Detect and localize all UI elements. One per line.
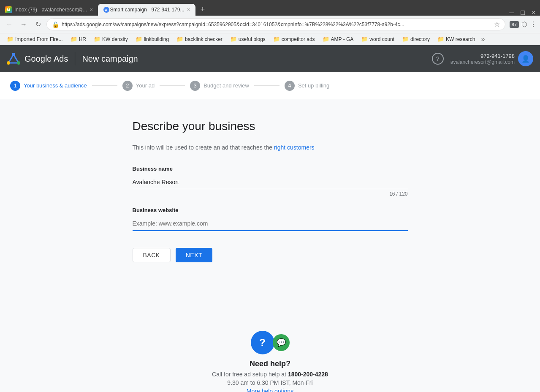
step-1-circle: 1 (10, 81, 20, 91)
step-connector-1-2 (92, 85, 117, 86)
gmail-tab-close[interactable]: × (90, 6, 93, 13)
button-row: BACK NEXT (133, 248, 408, 262)
bookmark-label: AMP - GA (331, 36, 354, 42)
gmail-tab-title: Inbox (79) - avalancheresort@... (14, 7, 87, 13)
svg-text:A: A (105, 8, 108, 12)
next-button[interactable]: NEXT (176, 248, 212, 262)
header-campaign-title: New campaign (82, 54, 138, 64)
account-details: 972-941-1798 avalancheresort@gmail.com (450, 53, 515, 65)
bookmark-useful-blogs[interactable]: 📁 useful blogs (227, 35, 269, 44)
bookmark-label: HR (79, 36, 86, 42)
folder-icon: 📁 (361, 36, 368, 42)
svg-point-5 (12, 53, 15, 56)
steps-bar: 1 Your business & audience 2 Your ad 3 B… (0, 72, 540, 99)
help-icons: ? 💬 (0, 331, 540, 354)
bookmark-directory[interactable]: 📁 directory (399, 35, 433, 44)
gads-tab-title: Smart campaign - 972-941-179... (110, 7, 184, 13)
step-1-number: 1 (14, 82, 16, 89)
step-3-number: 3 (194, 82, 197, 89)
close-window-button[interactable]: × (531, 10, 537, 16)
back-nav-button[interactable]: ← (3, 19, 15, 30)
help-phone: 1800-200-4228 (288, 371, 328, 378)
address-text: https://ads.google.com/aw/campaigns/new/… (62, 22, 491, 27)
business-name-label: Business name (133, 166, 408, 172)
account-info-section: 972-941-1798 avalancheresort@gmail.com 👤 (450, 51, 533, 66)
bookmark-label: KW research (446, 36, 475, 42)
step-1: 1 Your business & audience (10, 81, 87, 91)
folder-icon: 📁 (402, 36, 409, 42)
bookmark-kw-density[interactable]: 📁 KW density (90, 35, 131, 44)
help-call-text: Call for free ad setup help at 1800-200-… (0, 371, 540, 378)
tab-gmail[interactable]: M Inbox (79) - avalancheresort@... × (0, 4, 98, 16)
business-website-label: Business website (133, 207, 408, 213)
bookmark-kw-research[interactable]: 📁 KW research (434, 35, 478, 44)
more-help-link[interactable]: More help options (247, 388, 293, 392)
gads-tab-close[interactable]: × (187, 6, 190, 13)
logo-text: Google Ads (24, 54, 68, 64)
help-button[interactable]: ? (432, 53, 444, 65)
account-avatar[interactable]: 👤 (518, 51, 533, 66)
step-connector-2-3 (160, 85, 185, 86)
help-section: ? 💬 Need help? Call for free ad setup he… (0, 310, 540, 392)
svg-point-3 (7, 61, 10, 65)
step-1-label: Your business & audience (24, 82, 87, 89)
step-2-circle: 2 (122, 81, 133, 91)
bookmark-label: directory (410, 36, 430, 42)
step-3-label: Budget and review (204, 82, 249, 89)
folder-icon: 📁 (136, 36, 142, 42)
google-ads-logo-icon (7, 52, 20, 65)
svg-point-4 (17, 61, 20, 65)
bookmark-linkbuilding[interactable]: 📁 linkbuilding (132, 35, 172, 44)
chrome-menu-icon[interactable]: ⋮ (530, 20, 537, 28)
bookmark-label: useful blogs (239, 36, 266, 42)
form-container: Describe your business This info will be… (122, 120, 418, 262)
account-phone: 972-941-1798 (450, 53, 515, 59)
folder-icon: 📁 (94, 36, 100, 42)
business-name-input[interactable] (133, 175, 408, 189)
avatar-icon: 👤 (521, 55, 530, 63)
business-website-input[interactable] (133, 217, 408, 231)
help-hours: 9.30 am to 6.30 PM IST, Mon-Fri (0, 379, 540, 386)
tab-gads[interactable]: A Smart campaign - 972-941-179... × (98, 4, 195, 16)
step-4-number: 4 (288, 82, 291, 89)
help-title: Need help? (0, 359, 540, 368)
maximize-button[interactable]: □ (520, 10, 526, 16)
char-count: 16 / 120 (133, 191, 408, 197)
bookmark-competitor-ads[interactable]: 📁 competitor ads (270, 35, 318, 44)
step-3: 3 Budget and review (190, 81, 249, 91)
bookmark-label: backlink checker (185, 36, 223, 42)
gads-favicon: A (103, 6, 110, 13)
form-description: This info will be used to create an ad t… (133, 143, 408, 152)
step-connector-3-4 (254, 85, 279, 86)
help-icon: ? (436, 55, 440, 62)
window-controls: ─ □ × (509, 10, 540, 16)
new-tab-button[interactable]: + (197, 3, 209, 16)
star-icon[interactable]: ☆ (494, 20, 500, 28)
back-button[interactable]: BACK (133, 248, 171, 262)
extension-puzzle-icon[interactable]: ⬡ (521, 20, 527, 28)
folder-icon: 📁 (230, 36, 237, 42)
help-call-prefix: Call for free ad setup help at (212, 371, 288, 378)
bookmark-label: competitor ads (282, 36, 315, 42)
extension-badge[interactable]: 87 (510, 21, 519, 28)
bookmarks-more-button[interactable]: » (481, 35, 485, 43)
bookmark-hr[interactable]: 📁 HR (67, 35, 90, 44)
ssl-lock-icon: 🔒 (52, 21, 59, 28)
address-bar[interactable]: 🔒 https://ads.google.com/aw/campaigns/ne… (46, 18, 505, 30)
folder-icon: 📁 (176, 36, 183, 42)
help-question-bubble: ? (251, 331, 274, 354)
step-3-circle: 3 (190, 81, 200, 91)
bookmark-amp-ga[interactable]: 📁 AMP - GA (319, 35, 357, 44)
address-actions: ☆ (494, 20, 500, 28)
browser-toolbar: ← → ↻ 🔒 https://ads.google.com/aw/campai… (0, 16, 540, 33)
description-prefix: This info will be used to create an ad t… (133, 144, 274, 151)
reload-button[interactable]: ↻ (32, 19, 44, 30)
forward-nav-button[interactable]: → (18, 19, 30, 30)
minimize-button[interactable]: ─ (509, 10, 515, 16)
bookmark-word-count[interactable]: 📁 word count (358, 35, 398, 44)
bookmark-label: KW density (102, 36, 128, 42)
step-2-label: Your ad (136, 82, 155, 89)
folder-icon: 📁 (71, 36, 77, 42)
bookmark-backlink[interactable]: 📁 backlink checker (173, 35, 226, 44)
bookmark-imported[interactable]: 📁 Imported From Fire... (3, 35, 66, 44)
